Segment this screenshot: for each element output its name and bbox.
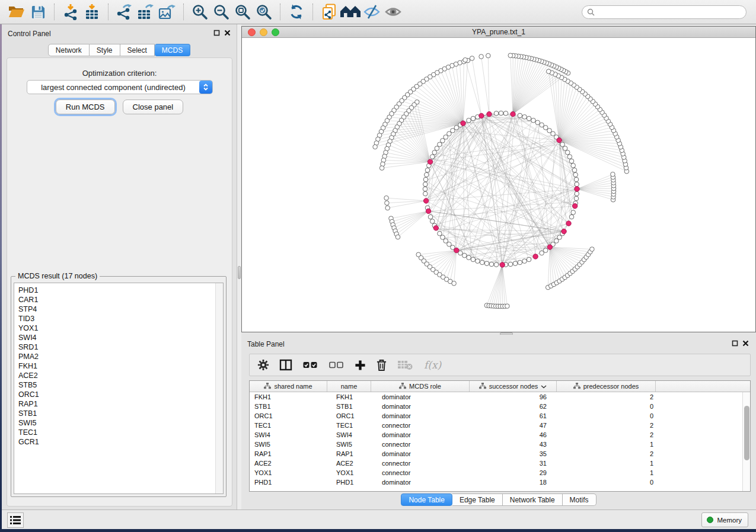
network-node[interactable] [494,262,499,267]
vertical-splitter[interactable] [237,24,241,509]
window-maximize-icon[interactable] [272,28,279,36]
optimization-criterion-select[interactable]: largest connected component (undirected) [27,80,213,94]
mcds-node[interactable] [573,204,578,209]
network-node[interactable] [567,155,572,159]
float-panel-icon[interactable] [213,30,220,38]
splitter-handle[interactable] [238,266,241,279]
network-node[interactable] [503,111,508,116]
network-node[interactable] [423,177,428,182]
network-node[interactable] [435,146,439,151]
mcds-node[interactable] [500,262,505,267]
network-node[interactable] [379,166,384,171]
network-node[interactable] [444,239,448,243]
import-table-icon[interactable] [81,2,103,22]
network-node[interactable] [572,168,577,172]
mcds-node[interactable] [511,111,515,116]
settings-gear-icon[interactable] [257,359,269,371]
network-node[interactable] [423,182,428,187]
close-panel-icon[interactable] [224,30,231,38]
close-panel-button[interactable]: Close panel [123,100,184,114]
mcds-result-item[interactable]: TID3 [14,314,215,323]
network-node[interactable] [551,132,556,136]
network-node[interactable] [546,69,551,74]
network-node[interactable] [462,253,467,258]
network-node[interactable] [471,257,476,262]
network-node[interactable] [428,214,433,219]
mcds-result-item[interactable]: STP4 [14,305,215,314]
mcds-node[interactable] [461,121,465,126]
list-scrollbar[interactable] [215,283,223,493]
window-close-icon[interactable] [248,28,256,36]
network-node[interactable] [467,255,471,260]
network-node[interactable] [484,261,489,266]
network-node[interactable] [540,251,544,255]
mcds-node[interactable] [428,159,432,164]
network-node[interactable] [476,259,480,264]
network-node[interactable] [452,281,457,286]
network-node[interactable] [522,259,527,264]
network-node[interactable] [543,248,548,253]
zoom-fit-icon[interactable] [232,2,253,22]
add-column-icon[interactable] [355,360,366,371]
mcds-result-item[interactable]: PMA2 [14,352,215,361]
column-header-successor-nodes[interactable]: successor nodes [470,381,557,392]
network-node[interactable] [540,123,544,127]
network-node[interactable] [423,187,428,191]
mcds-node[interactable] [575,187,579,191]
column-header-name[interactable]: name [327,381,371,392]
mcds-node[interactable] [426,209,430,213]
table-row[interactable]: ORC1ORC1dominator610 [250,411,742,421]
network-node[interactable] [470,56,474,61]
table-row[interactable]: SWI5SWI5connector431 [250,440,742,449]
network-node[interactable] [569,214,574,219]
table-row[interactable]: FKH1FKH1dominator962 [250,392,742,402]
mcds-node[interactable] [533,254,538,259]
mcds-result-item[interactable]: STB5 [14,380,215,390]
network-node[interactable] [518,113,522,118]
network-node[interactable] [574,196,579,201]
network-node[interactable] [518,260,522,265]
mcds-node[interactable] [566,221,571,226]
network-node[interactable] [438,142,442,147]
table-row[interactable]: STB1STB1dominator620 [250,402,742,411]
network-node[interactable] [571,210,576,215]
run-mcds-button[interactable]: Run MCDS [56,100,115,114]
delete-column-icon[interactable] [376,358,387,371]
network-node[interactable] [384,196,389,200]
network-node[interactable] [385,201,390,206]
network-node[interactable] [451,129,455,133]
network-node[interactable] [611,172,615,177]
clipboard-network-icon[interactable] [318,2,340,22]
mcds-node[interactable] [547,245,552,249]
network-node[interactable] [563,146,567,151]
network-node[interactable] [373,145,378,149]
network-node[interactable] [565,150,570,155]
network-node[interactable] [489,262,494,267]
mcds-node[interactable] [454,248,459,252]
memory-button[interactable]: Memory [701,512,748,527]
network-node[interactable] [438,231,442,236]
mcds-node[interactable] [557,138,562,143]
network-node[interactable] [467,118,471,123]
mcds-result-item[interactable]: ORC1 [14,390,215,399]
network-window-titlebar[interactable]: YPA_prune.txt_1 [242,27,755,38]
network-node[interactable] [447,132,452,136]
network-node[interactable] [573,172,578,177]
open-session-icon[interactable] [6,2,27,22]
network-node[interactable] [423,191,428,196]
mcds-result-item[interactable]: SWI5 [14,418,215,428]
network-node[interactable] [522,115,527,120]
table-scrollbar[interactable] [742,392,750,491]
network-node[interactable] [430,219,435,224]
network-node[interactable] [486,53,491,58]
network-node[interactable] [547,129,552,133]
table-row[interactable]: RAP1RAP1dominator352 [250,449,742,459]
mcds-result-item[interactable]: RAP1 [14,399,215,409]
network-node[interactable] [441,235,445,240]
tab-motifs[interactable]: Motifs [563,493,596,506]
window-minimize-icon[interactable] [260,28,267,36]
network-node[interactable] [560,142,565,147]
zoom-out-icon[interactable] [210,2,232,22]
select-all-columns-icon[interactable] [302,360,318,370]
network-node[interactable] [447,242,452,247]
